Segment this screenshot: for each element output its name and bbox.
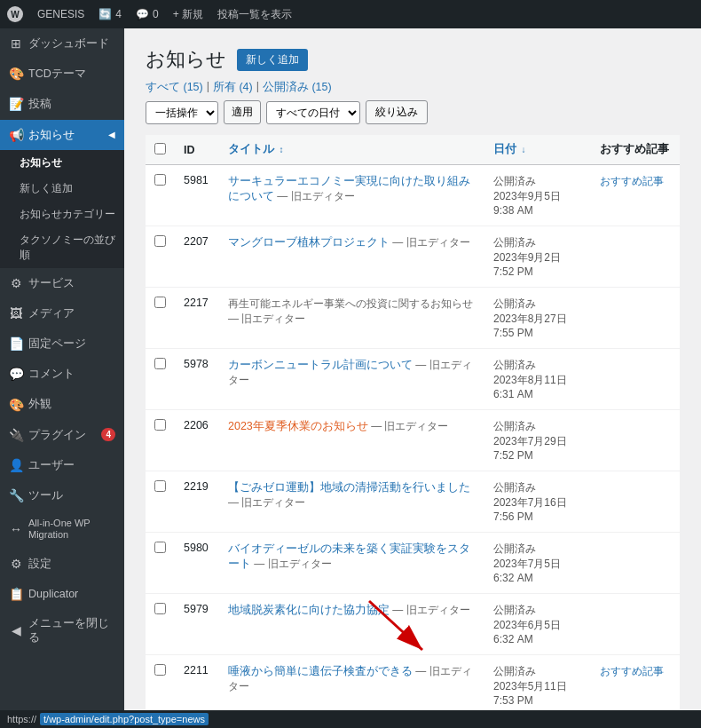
sidebar-item-service[interactable]: ⚙ サービス — [0, 268, 124, 298]
sidebar-item-media[interactable]: 🖼 メディア — [0, 298, 124, 328]
filter-links: すべて (15) | 所有 (4) | 公開済み (15) — [146, 80, 680, 95]
select-all-checkbox[interactable] — [154, 143, 166, 154]
row-date-value: 2023年9月2日 7:52 PM — [493, 250, 582, 278]
post-title-link[interactable]: 2023年夏季休業のお知らせ — [228, 420, 368, 432]
row-status: 公開済み — [493, 419, 582, 434]
row-checkbox[interactable] — [154, 174, 166, 186]
nav-arrow-icon: ◀ — [108, 129, 115, 140]
sidebar-item-close-menu[interactable]: ◀ メニューを閉じる — [0, 609, 124, 653]
row-title-cell: 再生可能エネルギー事業への投資に関するお知らせ — 旧エディター — [219, 288, 484, 349]
messages-item[interactable]: 💬 0 — [136, 8, 159, 20]
message-icon: 💬 — [136, 8, 149, 20]
submenu-item-news-list[interactable]: お知らせ — [0, 150, 124, 176]
row-checkbox[interactable] — [154, 664, 166, 676]
view-posts-item[interactable]: 投稿一覧を表示 — [217, 7, 292, 22]
sidebar-item-comments[interactable]: 💬 コメント — [0, 359, 124, 389]
page-title: お知らせ — [146, 46, 226, 73]
sidebar-item-label: お知らせ — [28, 128, 75, 142]
submenu-item-news-add[interactable]: 新しく追加 — [0, 176, 124, 202]
row-meta — [591, 349, 680, 410]
submenu-item-news-cat[interactable]: お知らせカテゴリー — [0, 202, 124, 227]
filter-mine[interactable]: 所有 (4) — [213, 80, 253, 95]
col-header-date[interactable]: 日付 ↓ — [484, 135, 591, 165]
sidebar-item-users[interactable]: 👤 ユーザー — [0, 450, 124, 480]
sidebar-item-plugins[interactable]: 🔌 プラグイン 4 — [0, 420, 124, 450]
row-id: 2219 — [175, 471, 219, 533]
row-meta: おすすめ記事 — [591, 165, 680, 226]
row-checkbox[interactable] — [154, 358, 166, 369]
site-name-item[interactable]: GENESIS — [37, 8, 84, 20]
post-title-link[interactable]: 【ごみゼロ運動】地域の清掃活動を行いました — [228, 481, 470, 494]
row-id: 5981 — [175, 165, 219, 226]
meta-value[interactable]: おすすめ記事 — [600, 175, 664, 187]
date-filter-select[interactable]: すべての日付 — [266, 101, 360, 124]
wp-logo-item[interactable]: W — [7, 6, 23, 22]
row-checkbox[interactable] — [154, 297, 166, 308]
apply-button[interactable]: 適用 — [224, 100, 261, 124]
row-status: 公開済み — [493, 358, 582, 373]
post-title-link[interactable]: 唾液から簡単に遺伝子検査ができる — [228, 665, 413, 677]
sidebar-item-label: TCDテーマ — [28, 67, 86, 81]
sidebar-item-appearance[interactable]: 🎨 外観 — [0, 390, 124, 420]
sidebar-item-pages[interactable]: 📄 固定ページ — [0, 328, 124, 359]
sidebar-item-duplicator[interactable]: 📋 Duplicator — [0, 579, 124, 609]
comments-item[interactable]: 🔄 4 — [98, 8, 122, 20]
sidebar-item-settings[interactable]: ⚙ 設定 — [0, 549, 124, 579]
row-status: 公開済み — [493, 297, 582, 312]
row-date-value: 2023年6月5日 6:32 AM — [493, 618, 582, 645]
appearance-icon: 🎨 — [9, 397, 23, 413]
add-new-button[interactable]: 新しく追加 — [237, 49, 308, 71]
row-date: 公開済み2023年9月2日 7:52 PM — [484, 226, 591, 288]
meta-value[interactable]: おすすめ記事 — [600, 665, 664, 677]
editor-tag: — 旧エディター — [368, 420, 449, 432]
row-id: 2217 — [175, 288, 219, 349]
filter-all[interactable]: すべて (15) — [146, 80, 203, 95]
row-checkbox[interactable] — [154, 542, 166, 553]
table-row: 2207マングローブ植林プロジェクト — 旧エディター公開済み2023年9月2日… — [146, 226, 680, 288]
posts-table: ID タイトル ↕ 日付 ↓ おすすめ記事 5981サーキュラーエコノミー実現に… — [146, 135, 680, 710]
comment-count: 4 — [115, 8, 122, 20]
row-date-value: 2023年8月11日 6:31 AM — [493, 373, 582, 400]
sidebar-item-posts[interactable]: 📝 投稿 — [0, 89, 124, 119]
row-checkbox[interactable] — [154, 419, 166, 431]
post-title-link[interactable]: マングローブ植林プロジェクト — [228, 236, 390, 249]
sidebar-item-tools[interactable]: 🔧 ツール — [0, 480, 124, 510]
post-title-link[interactable]: カーボンニュートラル計画について — [228, 359, 413, 371]
filter-published[interactable]: 公開済み (15) — [263, 80, 332, 95]
sidebar-item-label: コメント — [28, 367, 75, 381]
sidebar-item-dashboard[interactable]: ⊞ ダッシュボード — [0, 28, 124, 59]
row-checkbox[interactable] — [154, 480, 166, 492]
col-header-meta: おすすめ記事 — [591, 135, 680, 165]
row-id: 2206 — [175, 410, 219, 471]
col-header-title[interactable]: タイトル ↕ — [219, 135, 484, 165]
sidebar-item-tcd[interactable]: 🎨 TCDテーマ — [0, 59, 124, 89]
tcd-icon: 🎨 — [9, 66, 23, 82]
filter-button[interactable]: 絞り込み — [366, 100, 428, 124]
row-status: 公開済み — [493, 603, 582, 618]
row-status: 公開済み — [493, 542, 582, 557]
duplicator-icon: 📋 — [9, 586, 23, 602]
row-checkbox[interactable] — [154, 603, 166, 614]
post-title-link[interactable]: 地域脱炭素化に向けた協力協定 — [228, 604, 390, 616]
migration-icon: ↔ — [9, 521, 23, 537]
row-status: 公開済み — [493, 235, 582, 250]
title-sort-icon: ↕ — [279, 145, 283, 154]
new-post-item[interactable]: + 新規 — [173, 7, 203, 22]
service-icon: ⚙ — [9, 275, 23, 291]
posts-tbody: 5981サーキュラーエコノミー実現に向けた取り組みについて — 旧エディター公開… — [146, 165, 680, 711]
editor-tag: — 旧エディター — [251, 558, 332, 570]
page-title-row: お知らせ 新しく追加 — [146, 46, 680, 73]
editor-tag: — 旧エディター — [274, 190, 355, 202]
row-title-cell: マングローブ植林プロジェクト — 旧エディター — [219, 226, 484, 288]
status-path: t/wp-admin/edit.php?post_type=news — [40, 713, 209, 725]
submenu-item-news-tax[interactable]: タクソノミーの並び順 — [0, 227, 124, 268]
row-checkbox[interactable] — [154, 235, 166, 247]
sidebar-item-news[interactable]: 📢 お知らせ ◀ — [0, 120, 124, 150]
row-date-value: 2023年5月11日 7:53 PM — [493, 679, 582, 707]
bulk-action-select[interactable]: 一括操作 — [146, 101, 218, 124]
row-title-cell: バイオディーゼルの未来を築く実証実験をスタート — 旧エディター — [219, 533, 484, 594]
table-row: 2211唾液から簡単に遺伝子検査ができる — 旧エディター公開済み2023年5月… — [146, 655, 680, 711]
sidebar-item-label: メディア — [28, 306, 75, 320]
row-date-value: 2023年7月16日 7:56 PM — [493, 495, 582, 523]
sidebar-item-migration[interactable]: ↔ All-in-One WP Migration — [0, 510, 124, 548]
